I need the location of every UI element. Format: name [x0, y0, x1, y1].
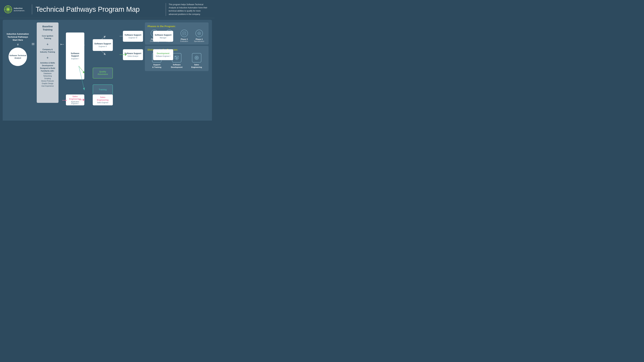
phase4-label: Phase 4: [196, 38, 203, 40]
sse1-title: Software Support: [68, 52, 83, 57]
ssda-box: Software Support Defect Analyst: [123, 49, 143, 60]
logo-icon: →: [4, 5, 12, 13]
dse-sub: Software Engineer I: [156, 55, 170, 57]
svg-text:→: →: [7, 8, 9, 11]
division-support-label: Support& Training: [152, 63, 161, 69]
baseline-title: Baseline Training: [39, 25, 56, 31]
sales2-box: Sales Engineering Sales Engineer: [93, 94, 113, 105]
sales2-sub: Sales Engineer: [97, 102, 108, 103]
sse2-box: Software Support Engineer II: [93, 39, 113, 51]
sse1-box: Software Support Engineer I: [66, 32, 84, 79]
sales1-sub: Application Engineer I: [68, 101, 83, 104]
header-description: This program helps Software Technical An…: [166, 3, 209, 16]
phase3-item: Phase 3 Evaluation: [178, 30, 191, 42]
start-section: Inductive Automation Technical Pathways …: [6, 32, 30, 66]
baseline-plus1: +: [46, 42, 48, 46]
phase3-label: Phase 3: [181, 38, 188, 40]
svg-point-24: [198, 32, 201, 35]
svg-point-25: [199, 33, 200, 34]
baseline-user-experience: User Experience: [42, 85, 54, 87]
svg-line-48: [195, 59, 196, 59]
svg-point-35: [175, 56, 176, 57]
baseline-training-box: Baseline Training Core Ignition Training…: [37, 22, 58, 103]
svg-rect-5: [11, 9, 12, 10]
division-software-label: SoftwareDevelopment: [171, 63, 182, 69]
sse3-box: Software Support Engineer III: [123, 31, 143, 42]
baseline-plus2: +: [46, 56, 48, 60]
header: → inductiveautomation. Technical Pathway…: [0, 0, 214, 18]
equals-sign: =: [32, 41, 35, 47]
phase3-sub: Evaluation: [180, 40, 188, 42]
sales-icon: [192, 53, 201, 62]
baseline-device-protocols: Device Protocols: [41, 80, 54, 82]
dse-box: Development Software Engineer I: [153, 49, 173, 60]
ssm-box: Software Support Manager: [153, 31, 173, 42]
sse3-title: Software Support: [124, 34, 141, 36]
sales1-box: Sales Engineering Application Engineer I: [66, 94, 84, 105]
training-title: Training: [99, 88, 107, 91]
baseline-networking: Networking: [44, 75, 52, 77]
start-label: Inductive Automation Technical Pathways …: [6, 32, 30, 42]
svg-line-49: [198, 57, 198, 57]
phase4-icon: [196, 30, 203, 37]
phase4-sub: Specialization: [194, 40, 204, 42]
baseline-item2: Company & Industry Training: [39, 48, 56, 53]
right-panel: Phases in the Program: Phase 1 Onboardin…: [145, 22, 208, 71]
ssm-sub: Manager: [160, 37, 166, 39]
baseline-databases: Databases: [44, 72, 52, 75]
ssm-title: Software Support: [155, 34, 172, 36]
page-title: Technical Pathways Program Map: [36, 5, 166, 13]
svg-line-47: [198, 59, 198, 59]
phase4-item: Phase 4 Specialization: [192, 30, 206, 42]
header-divider: [32, 4, 32, 14]
chevron-down-icon: ∨: [17, 42, 19, 46]
svg-point-41: [196, 57, 197, 58]
phase3-icon: [180, 30, 188, 37]
sse2-title: Software Support: [94, 42, 111, 45]
flow-area: Software Support Engineer I Software Sup…: [66, 22, 143, 120]
main-content: Inductive Automation Technical Pathways …: [3, 20, 212, 121]
logo-text: inductiveautomation.: [14, 7, 25, 12]
sse1-sub: Engineer I: [71, 58, 79, 60]
svg-point-36: [176, 56, 176, 57]
division-sales: SalesEngineering: [187, 53, 206, 69]
baseline-item3-title: Activities & Skills Development Designed…: [39, 62, 56, 72]
sales-arrow: [62, 99, 67, 101]
dse-title: Development: [157, 52, 169, 55]
svg-rect-3: [8, 12, 8, 13]
phases-title: Phases in the Program:: [148, 25, 206, 28]
baseline-graphic-design: Graphic Design: [42, 82, 53, 85]
baseline-arrow: [60, 43, 62, 45]
sse3-sub: Engineer III: [128, 37, 137, 39]
sales2-title: Sales Engineering: [94, 96, 111, 101]
svg-line-46: [195, 57, 196, 57]
baseline-item1: Core Ignition Training: [39, 35, 56, 40]
software-icon: </>: [172, 53, 182, 62]
sse2-sub: Engineer II: [99, 45, 107, 47]
analyst-title: Software Technical Analyst: [8, 54, 27, 59]
svg-text:</>: </>: [176, 57, 178, 59]
qa-title: Quality Assurance: [95, 70, 111, 76]
baseline-scripting: Scripting: [44, 77, 51, 80]
svg-rect-4: [4, 9, 5, 10]
qa-box: Quality Assurance: [93, 68, 113, 78]
svg-rect-2: [8, 5, 8, 6]
sales1-title: Sales Engineering: [68, 95, 83, 100]
division-sales-label: SalesEngineering: [191, 63, 202, 69]
ssda-title: Software Support: [124, 52, 141, 55]
analyst-circle: Software Technical Analyst: [8, 47, 27, 66]
logo-area: → inductiveautomation.: [4, 5, 25, 13]
training-box: Training: [93, 84, 113, 95]
ssda-sub: Defect Analyst: [128, 55, 138, 57]
